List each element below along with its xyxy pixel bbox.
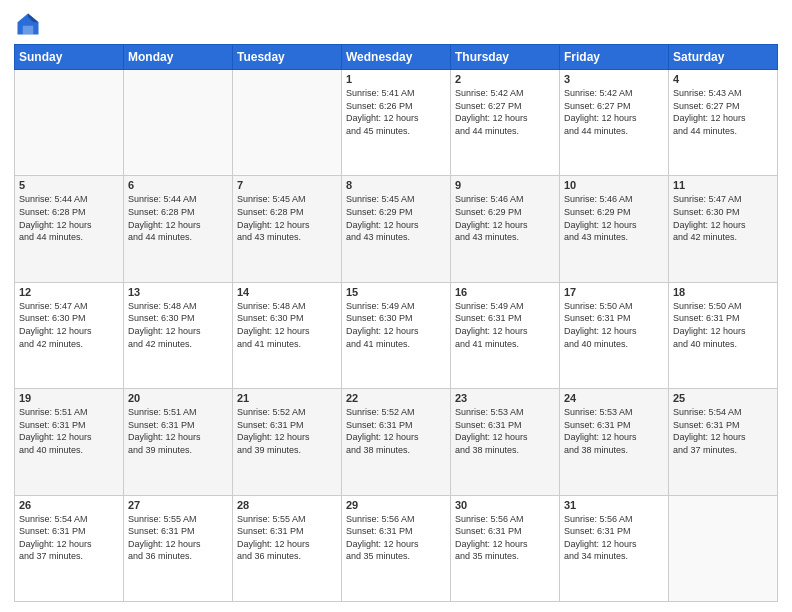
day-number: 7 — [237, 179, 337, 191]
day-number: 8 — [346, 179, 446, 191]
day-number: 20 — [128, 392, 228, 404]
calendar-cell: 10Sunrise: 5:46 AMSunset: 6:29 PMDayligh… — [560, 176, 669, 282]
day-number: 28 — [237, 499, 337, 511]
page: SundayMondayTuesdayWednesdayThursdayFrid… — [0, 0, 792, 612]
calendar-cell: 17Sunrise: 5:50 AMSunset: 6:31 PMDayligh… — [560, 282, 669, 388]
weekday-header-row: SundayMondayTuesdayWednesdayThursdayFrid… — [15, 45, 778, 70]
day-number: 6 — [128, 179, 228, 191]
day-number: 21 — [237, 392, 337, 404]
day-number: 1 — [346, 73, 446, 85]
calendar-cell: 4Sunrise: 5:43 AMSunset: 6:27 PMDaylight… — [669, 70, 778, 176]
day-number: 5 — [19, 179, 119, 191]
logo — [14, 10, 46, 38]
day-number: 10 — [564, 179, 664, 191]
week-row-4: 19Sunrise: 5:51 AMSunset: 6:31 PMDayligh… — [15, 389, 778, 495]
day-number: 24 — [564, 392, 664, 404]
day-info: Sunrise: 5:51 AMSunset: 6:31 PMDaylight:… — [128, 406, 228, 456]
day-number: 18 — [673, 286, 773, 298]
day-info: Sunrise: 5:56 AMSunset: 6:31 PMDaylight:… — [346, 513, 446, 563]
day-number: 2 — [455, 73, 555, 85]
day-number: 29 — [346, 499, 446, 511]
day-number: 9 — [455, 179, 555, 191]
day-info: Sunrise: 5:50 AMSunset: 6:31 PMDaylight:… — [673, 300, 773, 350]
calendar-cell: 21Sunrise: 5:52 AMSunset: 6:31 PMDayligh… — [233, 389, 342, 495]
logo-icon — [14, 10, 42, 38]
day-info: Sunrise: 5:48 AMSunset: 6:30 PMDaylight:… — [237, 300, 337, 350]
week-row-2: 5Sunrise: 5:44 AMSunset: 6:28 PMDaylight… — [15, 176, 778, 282]
day-info: Sunrise: 5:56 AMSunset: 6:31 PMDaylight:… — [455, 513, 555, 563]
day-info: Sunrise: 5:52 AMSunset: 6:31 PMDaylight:… — [346, 406, 446, 456]
weekday-header-wednesday: Wednesday — [342, 45, 451, 70]
calendar-cell: 27Sunrise: 5:55 AMSunset: 6:31 PMDayligh… — [124, 495, 233, 601]
calendar-cell: 20Sunrise: 5:51 AMSunset: 6:31 PMDayligh… — [124, 389, 233, 495]
day-number: 11 — [673, 179, 773, 191]
day-info: Sunrise: 5:42 AMSunset: 6:27 PMDaylight:… — [455, 87, 555, 137]
day-number: 19 — [19, 392, 119, 404]
day-info: Sunrise: 5:53 AMSunset: 6:31 PMDaylight:… — [455, 406, 555, 456]
day-info: Sunrise: 5:56 AMSunset: 6:31 PMDaylight:… — [564, 513, 664, 563]
day-number: 31 — [564, 499, 664, 511]
calendar-cell: 23Sunrise: 5:53 AMSunset: 6:31 PMDayligh… — [451, 389, 560, 495]
header — [14, 10, 778, 38]
weekday-header-thursday: Thursday — [451, 45, 560, 70]
calendar-cell: 6Sunrise: 5:44 AMSunset: 6:28 PMDaylight… — [124, 176, 233, 282]
day-info: Sunrise: 5:54 AMSunset: 6:31 PMDaylight:… — [19, 513, 119, 563]
day-info: Sunrise: 5:41 AMSunset: 6:26 PMDaylight:… — [346, 87, 446, 137]
calendar-cell: 22Sunrise: 5:52 AMSunset: 6:31 PMDayligh… — [342, 389, 451, 495]
calendar-cell: 8Sunrise: 5:45 AMSunset: 6:29 PMDaylight… — [342, 176, 451, 282]
calendar-cell — [669, 495, 778, 601]
day-info: Sunrise: 5:49 AMSunset: 6:30 PMDaylight:… — [346, 300, 446, 350]
day-number: 30 — [455, 499, 555, 511]
calendar-cell: 28Sunrise: 5:55 AMSunset: 6:31 PMDayligh… — [233, 495, 342, 601]
calendar-cell: 18Sunrise: 5:50 AMSunset: 6:31 PMDayligh… — [669, 282, 778, 388]
day-info: Sunrise: 5:54 AMSunset: 6:31 PMDaylight:… — [673, 406, 773, 456]
weekday-header-sunday: Sunday — [15, 45, 124, 70]
day-info: Sunrise: 5:53 AMSunset: 6:31 PMDaylight:… — [564, 406, 664, 456]
day-info: Sunrise: 5:50 AMSunset: 6:31 PMDaylight:… — [564, 300, 664, 350]
day-info: Sunrise: 5:44 AMSunset: 6:28 PMDaylight:… — [19, 193, 119, 243]
calendar: SundayMondayTuesdayWednesdayThursdayFrid… — [14, 44, 778, 602]
calendar-cell: 5Sunrise: 5:44 AMSunset: 6:28 PMDaylight… — [15, 176, 124, 282]
calendar-cell — [124, 70, 233, 176]
weekday-header-friday: Friday — [560, 45, 669, 70]
day-info: Sunrise: 5:51 AMSunset: 6:31 PMDaylight:… — [19, 406, 119, 456]
calendar-cell: 16Sunrise: 5:49 AMSunset: 6:31 PMDayligh… — [451, 282, 560, 388]
calendar-cell: 13Sunrise: 5:48 AMSunset: 6:30 PMDayligh… — [124, 282, 233, 388]
day-number: 16 — [455, 286, 555, 298]
day-number: 22 — [346, 392, 446, 404]
calendar-cell: 26Sunrise: 5:54 AMSunset: 6:31 PMDayligh… — [15, 495, 124, 601]
weekday-header-monday: Monday — [124, 45, 233, 70]
day-info: Sunrise: 5:45 AMSunset: 6:29 PMDaylight:… — [346, 193, 446, 243]
calendar-cell: 25Sunrise: 5:54 AMSunset: 6:31 PMDayligh… — [669, 389, 778, 495]
day-info: Sunrise: 5:47 AMSunset: 6:30 PMDaylight:… — [673, 193, 773, 243]
week-row-1: 1Sunrise: 5:41 AMSunset: 6:26 PMDaylight… — [15, 70, 778, 176]
week-row-3: 12Sunrise: 5:47 AMSunset: 6:30 PMDayligh… — [15, 282, 778, 388]
day-info: Sunrise: 5:46 AMSunset: 6:29 PMDaylight:… — [455, 193, 555, 243]
day-info: Sunrise: 5:52 AMSunset: 6:31 PMDaylight:… — [237, 406, 337, 456]
day-number: 17 — [564, 286, 664, 298]
day-number: 26 — [19, 499, 119, 511]
calendar-cell: 1Sunrise: 5:41 AMSunset: 6:26 PMDaylight… — [342, 70, 451, 176]
calendar-cell — [15, 70, 124, 176]
day-info: Sunrise: 5:55 AMSunset: 6:31 PMDaylight:… — [128, 513, 228, 563]
calendar-cell: 30Sunrise: 5:56 AMSunset: 6:31 PMDayligh… — [451, 495, 560, 601]
calendar-cell: 9Sunrise: 5:46 AMSunset: 6:29 PMDaylight… — [451, 176, 560, 282]
day-number: 12 — [19, 286, 119, 298]
day-info: Sunrise: 5:42 AMSunset: 6:27 PMDaylight:… — [564, 87, 664, 137]
day-number: 4 — [673, 73, 773, 85]
weekday-header-saturday: Saturday — [669, 45, 778, 70]
day-number: 25 — [673, 392, 773, 404]
day-info: Sunrise: 5:43 AMSunset: 6:27 PMDaylight:… — [673, 87, 773, 137]
day-number: 27 — [128, 499, 228, 511]
weekday-header-tuesday: Tuesday — [233, 45, 342, 70]
calendar-cell: 12Sunrise: 5:47 AMSunset: 6:30 PMDayligh… — [15, 282, 124, 388]
calendar-cell: 14Sunrise: 5:48 AMSunset: 6:30 PMDayligh… — [233, 282, 342, 388]
calendar-cell: 19Sunrise: 5:51 AMSunset: 6:31 PMDayligh… — [15, 389, 124, 495]
calendar-cell: 31Sunrise: 5:56 AMSunset: 6:31 PMDayligh… — [560, 495, 669, 601]
calendar-cell: 2Sunrise: 5:42 AMSunset: 6:27 PMDaylight… — [451, 70, 560, 176]
calendar-cell: 24Sunrise: 5:53 AMSunset: 6:31 PMDayligh… — [560, 389, 669, 495]
day-number: 15 — [346, 286, 446, 298]
calendar-cell: 15Sunrise: 5:49 AMSunset: 6:30 PMDayligh… — [342, 282, 451, 388]
calendar-cell: 3Sunrise: 5:42 AMSunset: 6:27 PMDaylight… — [560, 70, 669, 176]
day-info: Sunrise: 5:45 AMSunset: 6:28 PMDaylight:… — [237, 193, 337, 243]
